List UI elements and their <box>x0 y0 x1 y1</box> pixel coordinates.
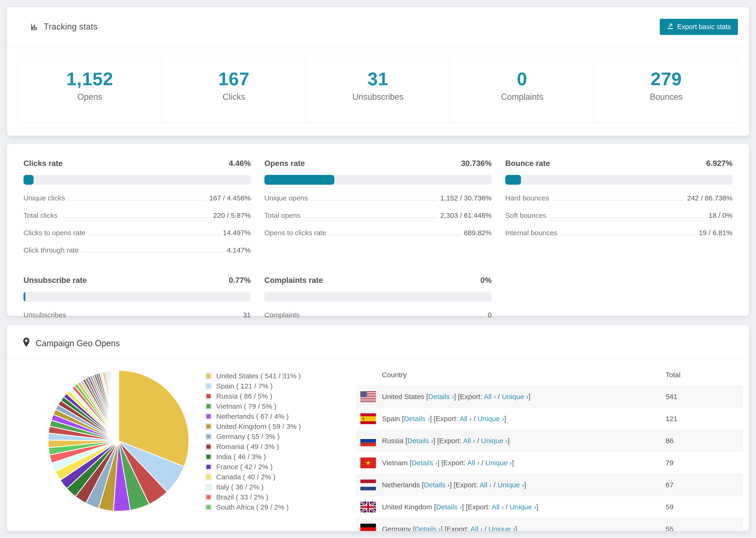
legend-swatch-icon <box>205 413 212 419</box>
metric-value: 14.497% <box>223 229 251 237</box>
metric-row: Clicks to opens rate 14.497% <box>24 229 251 237</box>
details-link-united-kingdom[interactable]: Details › <box>436 503 462 511</box>
export-all-link-germany[interactable]: All › <box>470 525 483 531</box>
table-row-netherlands: Netherlands [Details ›] [Export: All › /… <box>356 474 743 496</box>
country-total: 86 <box>666 437 743 445</box>
metric-value: 167 / 4.456% <box>209 194 251 202</box>
dotted-leader <box>82 252 224 252</box>
stat-box-unsubscribes: 31 Unsubscribes <box>306 56 450 123</box>
legend-swatch-icon <box>205 444 212 450</box>
stat-value: 0 <box>450 68 594 90</box>
export-unique-link-netherlands[interactable]: Unique › <box>498 481 524 489</box>
metric-value: 689.82% <box>464 229 492 237</box>
bounce-rate-title: Bounce rate <box>505 159 550 168</box>
export-unique-link-united-states[interactable]: Unique › <box>502 393 528 401</box>
unsubscribe-rate-title: Unsubscribe rate <box>24 276 87 285</box>
legend-label: Germany ( 55 / 3% ) <box>216 433 280 441</box>
dotted-leader <box>561 235 696 235</box>
stat-label: Unsubscribes <box>306 92 450 102</box>
legend-item-united-kingdom[interactable]: United Kingdom ( 59 / 3% ) <box>205 421 356 431</box>
legend-label: Vietnam ( 79 / 5% ) <box>216 402 276 410</box>
legend-item-india[interactable]: India ( 46 / 3% ) <box>205 452 356 462</box>
export-unique-link-united-kingdom[interactable]: Unique › <box>510 503 536 511</box>
legend-item-france[interactable]: France ( 42 / 2% ) <box>205 462 356 472</box>
details-link-germany[interactable]: Details › <box>415 525 441 531</box>
country-total: 79 <box>666 459 743 467</box>
legend-item-brazil[interactable]: Brazil ( 33 / 2% ) <box>205 492 356 502</box>
table-row-united-kingdom: United Kingdom [Details ›] [Export: All … <box>356 496 743 518</box>
bounce-rate-percent: 6.927% <box>706 159 732 168</box>
export-unique-link-spain[interactable]: Unique › <box>477 415 504 422</box>
pie-legend: United States ( 541 / 31% ) Spain ( 121 … <box>205 358 356 531</box>
rates-card: Clicks rate 4.46% Unique clicks 167 / 4.… <box>7 144 749 316</box>
legend-item-italy[interactable]: Italy ( 36 / 2% ) <box>205 482 356 492</box>
geo-table: Country Total United States [Details ›] … <box>356 364 743 531</box>
legend-item-vietnam[interactable]: Vietnam ( 79 / 5% ) <box>205 401 356 411</box>
stat-label: Bounces <box>594 92 738 102</box>
legend-item-south-africa[interactable]: South Africa ( 29 / 2% ) <box>205 502 356 512</box>
legend-item-spain[interactable]: Spain ( 121 / 7% ) <box>205 381 356 391</box>
flag-vietnam-icon <box>360 457 376 468</box>
metric-label: Opens to clicks rate <box>264 229 326 237</box>
export-all-link-united-kingdom[interactable]: All › <box>492 503 504 511</box>
legend-swatch-icon <box>205 393 212 399</box>
metric-label: Soft bounces <box>505 211 546 219</box>
export-all-link-united-states[interactable]: All › <box>484 393 496 401</box>
table-row-russia: Russia [Details ›] [Export: All › / Uniq… <box>356 430 743 452</box>
metric-row: Hard bounces 242 / 86.738% <box>505 194 732 202</box>
opens-rate-title: Opens rate <box>264 159 305 168</box>
metric-row: Opens to clicks rate 689.82% <box>264 229 492 237</box>
details-link-spain[interactable]: Details › <box>404 415 430 422</box>
export-basic-stats-button[interactable]: Export basic stats <box>660 19 738 35</box>
export-unique-link-germany[interactable]: Unique › <box>489 525 515 531</box>
legend-label: South Africa ( 29 / 2% ) <box>216 503 289 511</box>
flag-netherlands-icon <box>360 480 376 490</box>
export-all-link-russia[interactable]: All › <box>463 437 475 445</box>
export-all-link-vietnam[interactable]: All › <box>467 459 479 467</box>
legend-item-united-states[interactable]: United States ( 541 / 31% ) <box>205 371 356 381</box>
country-total: 121 <box>666 415 743 423</box>
page-title: Tracking stats <box>30 22 98 32</box>
legend-swatch-icon <box>205 504 212 510</box>
bar-chart-icon <box>30 23 38 31</box>
metric-label: Total clicks <box>24 211 58 219</box>
legend-swatch-icon <box>205 484 212 490</box>
legend-item-canada[interactable]: Canada ( 40 / 2% ) <box>205 472 356 482</box>
dotted-leader <box>88 235 220 235</box>
metric-row: Complaints 0 <box>264 311 492 319</box>
pie-slice-other-50[interactable] <box>118 370 119 441</box>
clicks-rate-title: Clicks rate <box>24 159 63 168</box>
geo-section-header: Campaign Geo Opens <box>7 325 749 358</box>
details-link-united-states[interactable]: Details › <box>428 393 454 401</box>
dotted-leader <box>303 317 484 317</box>
details-link-netherlands[interactable]: Details › <box>424 481 450 489</box>
metric-row: Total opens 2,303 / 61.446% <box>264 211 492 219</box>
legend-label: Brazil ( 33 / 2% ) <box>216 493 268 501</box>
details-link-vietnam[interactable]: Details › <box>411 459 437 467</box>
details-link-russia[interactable]: Details › <box>407 437 433 445</box>
metric-label: Hard bounces <box>505 194 549 202</box>
flag-germany-icon <box>360 524 376 531</box>
metric-value: 18 / 0% <box>709 211 732 219</box>
country-total: 59 <box>666 503 743 511</box>
export-icon <box>667 23 674 31</box>
legend-item-germany[interactable]: Germany ( 55 / 3% ) <box>205 431 356 442</box>
legend-item-russia[interactable]: Russia ( 86 / 5% ) <box>205 391 356 401</box>
export-unique-link-russia[interactable]: Unique › <box>481 437 508 445</box>
legend-label: United Kingdom ( 59 / 3% ) <box>216 422 301 430</box>
legend-label: Spain ( 121 / 7% ) <box>216 382 273 390</box>
legend-item-romania[interactable]: Romania ( 49 / 3% ) <box>205 442 356 452</box>
table-row-spain: Spain [Details ›] [Export: All › / Uniqu… <box>356 407 743 430</box>
metric-row: Soft bounces 18 / 0% <box>505 211 732 219</box>
export-all-link-netherlands[interactable]: All › <box>479 481 492 489</box>
flag-spain-icon <box>360 413 376 424</box>
unsubscribe-rate-block: Unsubscribe rate 0.77% Unsubscribes 31 <box>24 276 251 319</box>
export-all-link-spain[interactable]: All › <box>459 415 472 422</box>
dotted-leader <box>550 217 705 218</box>
legend-label: Netherlands ( 67 / 4% ) <box>216 412 289 420</box>
opens-rate-percent: 30.736% <box>461 159 492 168</box>
metric-value: 1,152 / 30.736% <box>440 194 492 202</box>
legend-item-netherlands[interactable]: Netherlands ( 67 / 4% ) <box>205 411 356 421</box>
legend-label: Italy ( 36 / 2% ) <box>216 483 264 491</box>
export-unique-link-vietnam[interactable]: Unique › <box>485 459 512 467</box>
